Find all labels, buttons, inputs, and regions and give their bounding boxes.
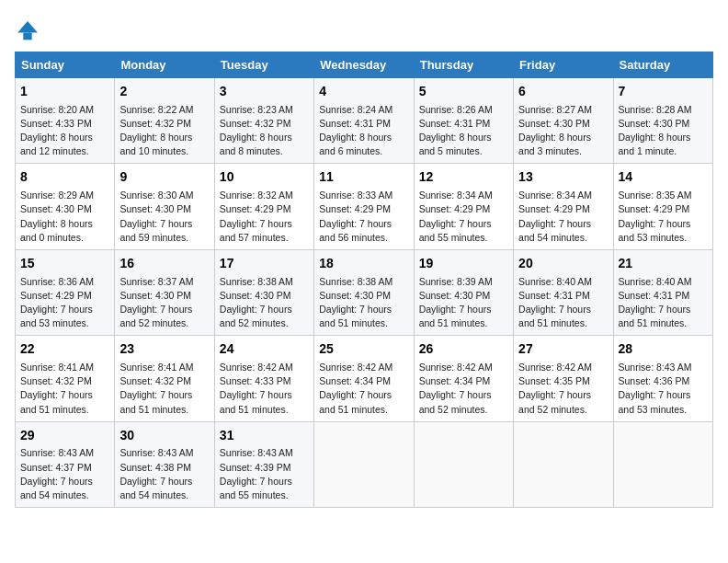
day-number: 5 bbox=[419, 83, 508, 101]
calendar-cell: 28Sunrise: 8:43 AMSunset: 4:36 PMDayligh… bbox=[613, 336, 712, 421]
calendar-cell: 24Sunrise: 8:42 AMSunset: 4:33 PMDayligh… bbox=[214, 336, 313, 421]
calendar-header-sunday: Sunday bbox=[16, 52, 115, 78]
calendar-cell: 17Sunrise: 8:38 AMSunset: 4:30 PMDayligh… bbox=[214, 249, 313, 335]
calendar-cell: 29Sunrise: 8:43 AMSunset: 4:37 PMDayligh… bbox=[16, 421, 115, 507]
day-info: Sunrise: 8:27 AMSunset: 4:30 PMDaylight:… bbox=[518, 103, 608, 159]
calendar-cell: 16Sunrise: 8:37 AMSunset: 4:30 PMDayligh… bbox=[115, 249, 214, 335]
day-info: Sunrise: 8:35 AMSunset: 4:29 PMDaylight:… bbox=[619, 189, 708, 245]
day-info: Sunrise: 8:40 AMSunset: 4:31 PMDaylight:… bbox=[619, 275, 708, 331]
calendar-cell: 10Sunrise: 8:32 AMSunset: 4:29 PMDayligh… bbox=[214, 164, 313, 249]
calendar-table: SundayMondayTuesdayWednesdayThursdayFrid… bbox=[15, 52, 713, 508]
calendar-cell: 7Sunrise: 8:28 AMSunset: 4:30 PMDaylight… bbox=[613, 78, 712, 164]
day-number: 27 bbox=[518, 340, 608, 359]
day-info: Sunrise: 8:36 AMSunset: 4:29 PMDaylight:… bbox=[20, 275, 109, 331]
day-info: Sunrise: 8:43 AMSunset: 4:37 PMDaylight:… bbox=[20, 446, 109, 502]
day-number: 13 bbox=[518, 168, 608, 187]
calendar-header-friday: Friday bbox=[514, 52, 613, 78]
day-info: Sunrise: 8:38 AMSunset: 4:30 PMDaylight:… bbox=[220, 275, 309, 331]
calendar-cell: 2Sunrise: 8:22 AMSunset: 4:32 PMDaylight… bbox=[115, 78, 214, 164]
calendar-cell: 27Sunrise: 8:42 AMSunset: 4:35 PMDayligh… bbox=[514, 336, 613, 421]
day-info: Sunrise: 8:29 AMSunset: 4:30 PMDaylight:… bbox=[20, 189, 109, 245]
calendar-cell: 14Sunrise: 8:35 AMSunset: 4:29 PMDayligh… bbox=[613, 164, 712, 249]
day-number: 6 bbox=[518, 83, 608, 101]
day-info: Sunrise: 8:23 AMSunset: 4:32 PMDaylight:… bbox=[220, 103, 309, 159]
page-header bbox=[15, 15, 713, 44]
calendar-cell: 4Sunrise: 8:24 AMSunset: 4:31 PMDaylight… bbox=[314, 78, 414, 164]
day-info: Sunrise: 8:43 AMSunset: 4:38 PMDaylight:… bbox=[119, 446, 209, 502]
day-number: 10 bbox=[220, 168, 309, 187]
calendar-header-monday: Monday bbox=[115, 52, 214, 78]
calendar-header-saturday: Saturday bbox=[613, 52, 712, 78]
day-info: Sunrise: 8:34 AMSunset: 4:29 PMDaylight:… bbox=[518, 189, 608, 245]
day-info: Sunrise: 8:42 AMSunset: 4:35 PMDaylight:… bbox=[518, 361, 608, 417]
day-number: 23 bbox=[119, 340, 209, 359]
day-info: Sunrise: 8:41 AMSunset: 4:32 PMDaylight:… bbox=[20, 361, 109, 417]
day-number: 11 bbox=[319, 168, 408, 187]
day-info: Sunrise: 8:22 AMSunset: 4:32 PMDaylight:… bbox=[119, 103, 209, 159]
day-number: 12 bbox=[419, 168, 508, 187]
calendar-week-row: 15Sunrise: 8:36 AMSunset: 4:29 PMDayligh… bbox=[16, 249, 713, 335]
calendar-cell: 12Sunrise: 8:34 AMSunset: 4:29 PMDayligh… bbox=[414, 164, 513, 249]
day-info: Sunrise: 8:38 AMSunset: 4:30 PMDaylight:… bbox=[319, 275, 408, 331]
day-info: Sunrise: 8:20 AMSunset: 4:33 PMDaylight:… bbox=[20, 103, 109, 159]
calendar-cell bbox=[414, 421, 513, 507]
day-info: Sunrise: 8:26 AMSunset: 4:31 PMDaylight:… bbox=[419, 103, 508, 159]
svg-marker-0 bbox=[17, 21, 38, 32]
day-number: 3 bbox=[220, 83, 309, 101]
calendar-cell: 15Sunrise: 8:36 AMSunset: 4:29 PMDayligh… bbox=[16, 249, 115, 335]
calendar-cell: 19Sunrise: 8:39 AMSunset: 4:30 PMDayligh… bbox=[414, 249, 513, 335]
calendar-week-row: 22Sunrise: 8:41 AMSunset: 4:32 PMDayligh… bbox=[16, 336, 713, 421]
day-number: 14 bbox=[619, 168, 708, 187]
day-number: 25 bbox=[319, 340, 408, 359]
calendar-cell: 30Sunrise: 8:43 AMSunset: 4:38 PMDayligh… bbox=[115, 421, 214, 507]
calendar-cell: 31Sunrise: 8:43 AMSunset: 4:39 PMDayligh… bbox=[214, 421, 313, 507]
day-info: Sunrise: 8:32 AMSunset: 4:29 PMDaylight:… bbox=[220, 189, 309, 245]
day-info: Sunrise: 8:30 AMSunset: 4:30 PMDaylight:… bbox=[119, 189, 209, 245]
day-number: 17 bbox=[220, 255, 309, 273]
day-info: Sunrise: 8:28 AMSunset: 4:30 PMDaylight:… bbox=[619, 103, 708, 159]
calendar-week-row: 8Sunrise: 8:29 AMSunset: 4:30 PMDaylight… bbox=[16, 164, 713, 249]
calendar-week-row: 29Sunrise: 8:43 AMSunset: 4:37 PMDayligh… bbox=[16, 421, 713, 507]
calendar-cell: 1Sunrise: 8:20 AMSunset: 4:33 PMDaylight… bbox=[16, 78, 115, 164]
calendar-cell bbox=[314, 421, 414, 507]
day-info: Sunrise: 8:33 AMSunset: 4:29 PMDaylight:… bbox=[319, 189, 408, 245]
day-info: Sunrise: 8:42 AMSunset: 4:34 PMDaylight:… bbox=[419, 361, 508, 417]
calendar-cell: 6Sunrise: 8:27 AMSunset: 4:30 PMDaylight… bbox=[514, 78, 613, 164]
calendar-cell: 23Sunrise: 8:41 AMSunset: 4:32 PMDayligh… bbox=[115, 336, 214, 421]
calendar-header-wednesday: Wednesday bbox=[314, 52, 414, 78]
calendar-cell: 26Sunrise: 8:42 AMSunset: 4:34 PMDayligh… bbox=[414, 336, 513, 421]
day-number: 18 bbox=[319, 255, 408, 273]
calendar-cell: 20Sunrise: 8:40 AMSunset: 4:31 PMDayligh… bbox=[514, 249, 613, 335]
day-number: 20 bbox=[518, 255, 608, 273]
day-info: Sunrise: 8:24 AMSunset: 4:31 PMDaylight:… bbox=[319, 103, 408, 159]
day-number: 28 bbox=[619, 340, 708, 359]
day-info: Sunrise: 8:42 AMSunset: 4:34 PMDaylight:… bbox=[319, 361, 408, 417]
calendar-cell: 3Sunrise: 8:23 AMSunset: 4:32 PMDaylight… bbox=[214, 78, 313, 164]
day-info: Sunrise: 8:39 AMSunset: 4:30 PMDaylight:… bbox=[419, 275, 508, 331]
day-number: 21 bbox=[619, 255, 708, 273]
day-number: 15 bbox=[20, 255, 109, 273]
day-number: 31 bbox=[220, 427, 309, 445]
calendar-cell: 18Sunrise: 8:38 AMSunset: 4:30 PMDayligh… bbox=[314, 249, 414, 335]
day-number: 30 bbox=[119, 427, 209, 445]
day-info: Sunrise: 8:41 AMSunset: 4:32 PMDaylight:… bbox=[119, 361, 209, 417]
day-info: Sunrise: 8:37 AMSunset: 4:30 PMDaylight:… bbox=[119, 275, 209, 331]
calendar-cell bbox=[613, 421, 712, 507]
svg-rect-1 bbox=[23, 33, 31, 40]
calendar-cell: 25Sunrise: 8:42 AMSunset: 4:34 PMDayligh… bbox=[314, 336, 414, 421]
day-number: 1 bbox=[20, 83, 109, 101]
calendar-cell: 11Sunrise: 8:33 AMSunset: 4:29 PMDayligh… bbox=[314, 164, 414, 249]
day-number: 19 bbox=[419, 255, 508, 273]
calendar-cell: 22Sunrise: 8:41 AMSunset: 4:32 PMDayligh… bbox=[16, 336, 115, 421]
day-number: 2 bbox=[119, 83, 209, 101]
day-number: 29 bbox=[20, 427, 109, 445]
day-number: 8 bbox=[20, 168, 109, 187]
day-number: 7 bbox=[619, 83, 708, 101]
logo-icon bbox=[15, 18, 40, 44]
day-info: Sunrise: 8:40 AMSunset: 4:31 PMDaylight:… bbox=[518, 275, 608, 331]
calendar-cell: 8Sunrise: 8:29 AMSunset: 4:30 PMDaylight… bbox=[16, 164, 115, 249]
calendar-week-row: 1Sunrise: 8:20 AMSunset: 4:33 PMDaylight… bbox=[16, 78, 713, 164]
calendar-header-tuesday: Tuesday bbox=[214, 52, 313, 78]
day-number: 26 bbox=[419, 340, 508, 359]
calendar-cell: 13Sunrise: 8:34 AMSunset: 4:29 PMDayligh… bbox=[514, 164, 613, 249]
